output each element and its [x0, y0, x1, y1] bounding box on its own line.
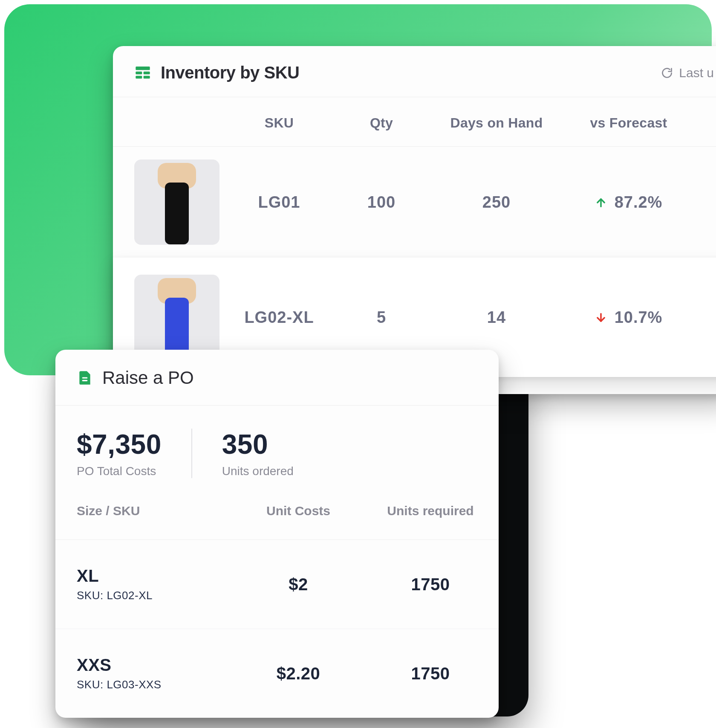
product-thumb	[134, 160, 219, 245]
col-qty: Qty	[335, 97, 428, 147]
cell-qty: 100	[335, 147, 428, 258]
arrow-up-icon	[595, 197, 607, 209]
col-image	[113, 97, 224, 147]
svg-rect-3	[136, 75, 142, 78]
po-units-block: 350 Units ordered	[191, 429, 323, 478]
col-unit-cost: Unit Costs	[234, 483, 362, 540]
po-row[interactable]: XXS SKU: LG03-XXS $2.20 1750	[55, 629, 499, 718]
inventory-card: Inventory by SKU Last u SKU Qty Days on …	[113, 46, 716, 394]
cell-unit-cost: $2	[234, 540, 362, 629]
col-sku: SKU	[224, 97, 335, 147]
arrow-down-icon	[595, 312, 607, 324]
cell-size: XL SKU: LG02-XL	[55, 540, 234, 629]
po-header-row: Size / SKU Unit Costs Units required	[55, 483, 499, 540]
svg-rect-5	[82, 377, 88, 378]
cell-units-required: 1750	[362, 629, 499, 718]
inventory-row[interactable]: LG01 100 250 87.2%	[113, 147, 716, 258]
document-icon	[77, 370, 93, 386]
inventory-header-row: SKU Qty Days on Hand vs Forecast	[113, 97, 716, 147]
po-row[interactable]: XL SKU: LG02-XL $2 1750	[55, 540, 499, 629]
col-size: Size / SKU	[55, 483, 234, 540]
cell-unit-cost: $2.20	[234, 629, 362, 718]
inventory-title: Inventory by SKU	[161, 63, 299, 82]
po-total-label: PO Total Costs	[77, 464, 162, 478]
po-card-header: Raise a PO	[55, 350, 499, 406]
po-total-value: $7,350	[77, 429, 162, 460]
svg-rect-4	[144, 75, 150, 78]
cell-size: XXS SKU: LG03-XXS	[55, 629, 234, 718]
refresh-icon	[661, 67, 673, 79]
last-updated[interactable]: Last u	[661, 66, 714, 80]
product-thumb-cell	[113, 147, 224, 258]
po-units-value: 350	[222, 429, 294, 460]
product-thumb	[134, 275, 219, 360]
inventory-card-header: Inventory by SKU Last u	[113, 46, 716, 97]
forecast-value: 87.2%	[615, 193, 663, 211]
po-summary: $7,350 PO Total Costs 350 Units ordered	[55, 406, 499, 483]
svg-rect-6	[82, 380, 88, 381]
sku-label: SKU: LG03-XXS	[77, 678, 230, 691]
col-units-required: Units required	[362, 483, 499, 540]
po-units-label: Units ordered	[222, 464, 294, 478]
size-label: XL	[77, 566, 230, 586]
po-table: Size / SKU Unit Costs Units required XL …	[55, 483, 499, 718]
svg-rect-2	[144, 71, 150, 74]
forecast-value: 10.7%	[615, 308, 663, 326]
sku-label: SKU: LG02-XL	[77, 589, 230, 602]
po-card: Raise a PO $7,350 PO Total Costs 350 Uni…	[55, 350, 499, 718]
cell-sku: LG01	[224, 147, 335, 258]
col-days: Days on Hand	[428, 97, 565, 147]
table-icon	[134, 64, 151, 81]
inventory-table: SKU Qty Days on Hand vs Forecast LG01 10…	[113, 97, 716, 377]
col-forecast: vs Forecast	[565, 97, 693, 147]
svg-rect-1	[136, 71, 142, 74]
svg-rect-0	[136, 67, 150, 70]
cell-days: 250	[428, 147, 565, 258]
cell-units-required: 1750	[362, 540, 499, 629]
last-updated-label: Last u	[679, 66, 714, 80]
po-title: Raise a PO	[102, 368, 194, 388]
cell-forecast: 87.2%	[565, 147, 693, 258]
cell-forecast: 10.7%	[565, 258, 693, 377]
po-total-block: $7,350 PO Total Costs	[77, 429, 191, 478]
size-label: XXS	[77, 655, 230, 675]
